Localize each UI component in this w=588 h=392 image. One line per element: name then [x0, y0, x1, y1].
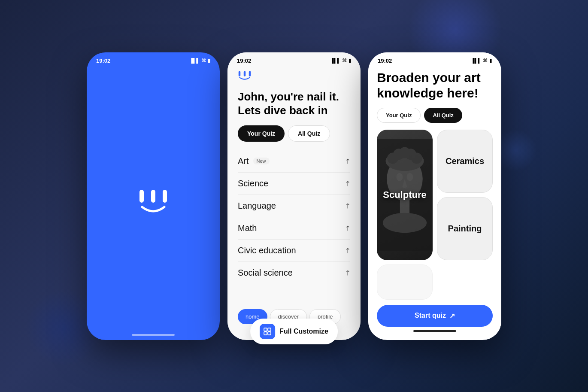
quiz-item-art-left: Art New	[238, 156, 270, 166]
arrow-math: ↗	[342, 223, 352, 233]
art-quiz-content: Broaden your art knowledge here! Your Qu…	[368, 67, 501, 335]
svg-rect-20	[400, 199, 409, 215]
art-card-ceramics[interactable]: Ceramics	[437, 130, 493, 193]
arrow-science: ↗	[342, 179, 352, 188]
battery-icon-2: ▮	[349, 58, 351, 64]
quiz-name-art: Art	[238, 156, 249, 166]
time-3: 19:02	[378, 58, 392, 64]
start-quiz-arrow: ↗	[449, 312, 455, 320]
status-bar-1: 19:02 ▐▌▌ ⌘ ▮	[87, 52, 220, 67]
status-bar-2: 19:02 ▐▌▌ ⌘ ▮	[227, 52, 361, 67]
start-quiz-label: Start quiz	[415, 312, 446, 319]
phone-quiz-list-wrapper: 19:02 ▐▌▌ ⌘ ▮ John, you're nail it.Lets …	[227, 52, 361, 340]
quiz-name-civic: Civic education	[238, 246, 296, 255]
quiz-item-language[interactable]: Language ↗	[238, 195, 350, 217]
painting-label: Painting	[448, 224, 482, 234]
quiz-item-art[interactable]: Art New ↗	[238, 150, 350, 173]
wifi-icon-3: ⌘	[483, 58, 488, 64]
quiz-item-science[interactable]: Science ↗	[238, 173, 350, 195]
home-indicator-1	[132, 334, 175, 336]
signal-icon-3: ▐▌▌	[471, 58, 481, 63]
phone-splash: 19:02 ▐▌▌ ⌘ ▮	[87, 52, 220, 340]
art-quiz-title: Broaden your art knowledge here!	[377, 70, 493, 101]
svg-rect-2	[163, 190, 167, 203]
customize-icon	[260, 324, 275, 339]
quiz-item-math-left: Math	[238, 223, 257, 233]
quiz-item-social[interactable]: Social science ↗	[238, 262, 350, 284]
quiz-tab-row: Your Quiz All Quiz	[238, 125, 350, 142]
art-card-fourth[interactable]	[377, 264, 433, 300]
status-bar-3: 19:02 ▐▌▌ ⌘ ▮	[368, 52, 501, 67]
app-logo-splash	[138, 188, 169, 214]
signal-icon-2: ▐▌▌	[330, 58, 340, 63]
quiz-list-content: John, you're nail it.Lets dive back in Y…	[227, 67, 361, 335]
status-icons-2: ▐▌▌ ⌘ ▮	[330, 58, 351, 64]
phone-quiz-list: 19:02 ▐▌▌ ⌘ ▮ John, you're nail it.Lets …	[227, 52, 361, 340]
quiz-name-science: Science	[238, 179, 268, 188]
quiz-item-civic[interactable]: Civic education ↗	[238, 240, 350, 262]
wifi-icon-1: ⌘	[201, 58, 206, 64]
svg-rect-6	[264, 328, 267, 331]
start-quiz-button[interactable]: Start quiz ↗	[377, 305, 493, 327]
svg-rect-3	[239, 71, 240, 76]
quiz-item-science-left: Science	[238, 179, 268, 188]
svg-point-17	[411, 152, 422, 164]
quiz-name-language: Language	[238, 201, 276, 211]
art-tab-row: Your Quiz All Quiz	[377, 108, 493, 123]
svg-rect-1	[151, 190, 155, 203]
your-quiz-tab[interactable]: Your Quiz	[238, 125, 285, 142]
time-2: 19:02	[237, 58, 251, 64]
status-icons-3: ▐▌▌ ⌘ ▮	[471, 58, 492, 64]
signal-icon-1: ▐▌▌	[190, 58, 200, 63]
art-card-painting[interactable]: Painting	[437, 197, 493, 260]
art-grid: Ceramics	[377, 130, 493, 300]
svg-rect-9	[268, 332, 271, 335]
arrow-social: ↗	[342, 268, 352, 278]
svg-rect-4	[244, 71, 246, 76]
status-icons-1: ▐▌▌ ⌘ ▮	[190, 58, 210, 64]
ceramics-label: Ceramics	[446, 156, 484, 166]
customize-label: Full Customize	[279, 328, 328, 335]
wifi-icon-2: ⌘	[342, 58, 347, 64]
battery-icon-1: ▮	[208, 58, 210, 64]
arrow-civic: ↗	[342, 246, 352, 255]
svg-rect-7	[268, 328, 271, 331]
sculpture-label: Sculpture	[383, 189, 426, 201]
full-customize-badge[interactable]: Full Customize	[250, 319, 338, 344]
quiz-list: Art New ↗ Science ↗ Language	[238, 150, 350, 305]
svg-rect-8	[264, 332, 267, 335]
quiz-name-math: Math	[238, 223, 257, 233]
time-1: 19:02	[96, 58, 110, 64]
new-badge-art: New	[253, 158, 270, 164]
your-quiz-tab-3[interactable]: Your Quiz	[377, 108, 421, 123]
svg-point-19	[407, 173, 413, 181]
art-card-sculpture[interactable]: Sculpture	[377, 130, 433, 260]
arrow-art: ↗	[342, 156, 352, 166]
home-indicator-3	[413, 330, 456, 332]
phone-art-quiz: 19:02 ▐▌▌ ⌘ ▮ Broaden your art knowledge…	[368, 52, 501, 340]
battery-icon-3: ▮	[489, 58, 492, 64]
splash-content	[87, 67, 220, 335]
all-quiz-tab[interactable]: All Quiz	[288, 125, 330, 142]
greeting-text: John, you're nail it.Lets dive back in	[238, 90, 350, 118]
quiz-item-social-left: Social science	[238, 268, 293, 278]
arrow-language: ↗	[342, 201, 352, 211]
phone2-logo	[238, 70, 350, 84]
all-quiz-tab-3[interactable]: All Quiz	[424, 108, 462, 123]
svg-point-18	[397, 173, 403, 181]
svg-rect-5	[249, 71, 251, 76]
quiz-item-civic-left: Civic education	[238, 246, 296, 255]
quiz-item-language-left: Language	[238, 201, 276, 211]
quiz-item-math[interactable]: Math ↗	[238, 217, 350, 240]
quiz-name-social: Social science	[238, 268, 293, 278]
svg-rect-0	[139, 190, 144, 203]
svg-point-21	[383, 213, 427, 232]
